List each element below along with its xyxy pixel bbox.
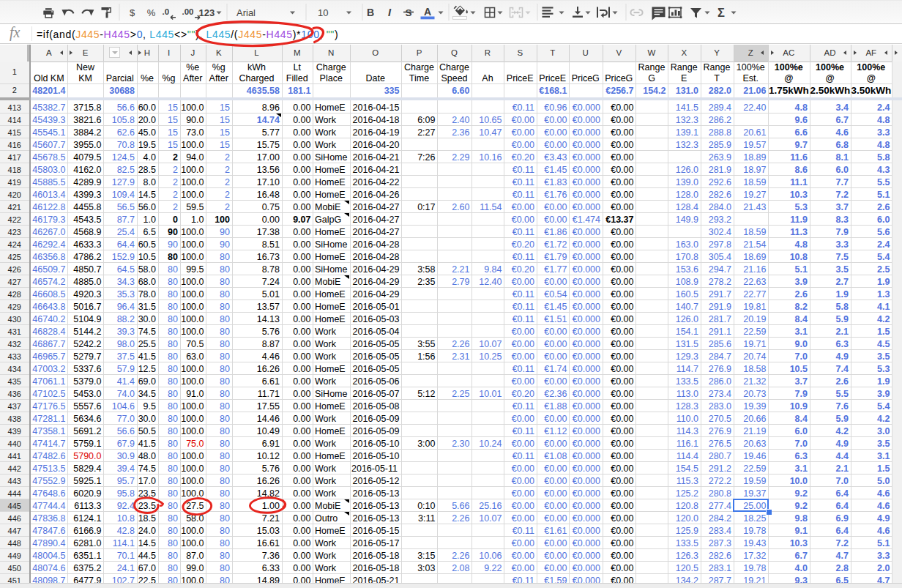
svg-text:Arial: Arial	[236, 7, 256, 18]
svg-text:.0: .0	[163, 7, 170, 16]
svg-text:.00: .00	[182, 7, 194, 16]
svg-text:%: %	[147, 7, 156, 18]
svg-text:S: S	[405, 7, 411, 18]
svg-text:$: $	[130, 7, 135, 18]
svg-text:A: A	[424, 6, 431, 18]
svg-text:I: I	[388, 7, 392, 18]
svg-text:Σ: Σ	[718, 6, 725, 19]
svg-text:10: 10	[318, 7, 328, 18]
svg-text:B: B	[367, 7, 374, 18]
svg-text:123: 123	[199, 7, 215, 18]
